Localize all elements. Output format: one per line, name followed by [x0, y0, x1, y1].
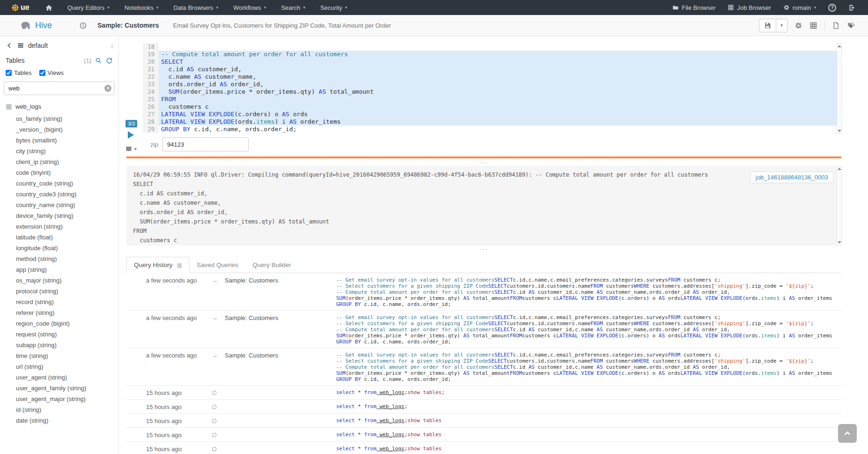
table-item[interactable]: web_logs — [0, 101, 118, 112]
history-row[interactable]: 15 hours ago∅select * from web_logs;show… — [126, 428, 841, 442]
column-item[interactable]: user_agent_family (string) — [16, 383, 118, 394]
table-link[interactable]: web_logs — [376, 432, 405, 438]
tab-query-builder[interactable]: Query Builder — [245, 257, 298, 273]
menu-security[interactable]: Security▾ — [313, 0, 355, 15]
column-item[interactable]: request (string) — [16, 329, 118, 340]
save-button[interactable] — [759, 19, 776, 32]
column-item[interactable]: extension (string) — [16, 221, 118, 232]
filter-tables-checkbox[interactable]: Tables — [6, 69, 32, 76]
new-query-button[interactable] — [832, 22, 840, 30]
tab-query-history[interactable]: Query History▦ — [126, 257, 190, 273]
column-item[interactable]: country_name (string) — [16, 200, 118, 210]
column-item[interactable]: id (string) — [16, 404, 118, 415]
history-row[interactable]: 15 hours ago∅select * from web_logs; — [126, 400, 841, 414]
column-item[interactable]: city (string) — [16, 146, 118, 156]
log-scrollbar[interactable] — [837, 166, 842, 246]
file-browser-link[interactable]: File Browser — [666, 4, 721, 11]
column-item[interactable]: country_code (string) — [16, 178, 118, 189]
column-item[interactable]: code (tinyint) — [16, 167, 118, 178]
hue-logo[interactable]: ue — [0, 0, 38, 15]
variable-input[interactable] — [162, 137, 249, 151]
history-row[interactable]: a few seconds ago→Sample: Customers-- Ge… — [126, 348, 841, 386]
search-icon[interactable] — [95, 57, 102, 64]
menu-notebooks[interactable]: Notebooks▾ — [117, 0, 166, 15]
clear-search-icon[interactable]: ✕ — [104, 85, 111, 92]
top-navbar: ue Query Editors▾Notebooks▾Data Browsers… — [0, 0, 868, 15]
back-button[interactable] — [6, 42, 13, 49]
tables-checkbox[interactable] — [6, 70, 12, 76]
history-row[interactable]: a few seconds ago→Sample: Customers-- Ge… — [126, 311, 841, 348]
column-item[interactable]: subapp (string) — [16, 340, 118, 350]
column-item[interactable]: method (string) — [16, 253, 118, 264]
filter-views-checkbox[interactable]: Views — [39, 69, 64, 76]
functions-reference-button[interactable]: ▾ — [125, 145, 137, 153]
column-item[interactable]: device_family (string) — [16, 210, 118, 221]
column-item[interactable]: os_major (string) — [16, 275, 118, 286]
collapse-panel-icon[interactable]: ‹ — [110, 42, 114, 49]
scroll-up-arrow[interactable] — [838, 45, 841, 47]
user-menu[interactable]: romain ▾ — [777, 4, 822, 11]
table-link[interactable]: web_logs — [376, 417, 405, 424]
editor-line: 20SELECT — [143, 58, 837, 66]
user-gear-icon — [783, 4, 790, 11]
column-item[interactable]: region_code (bigint) — [16, 318, 118, 329]
column-item[interactable]: url (string) — [16, 361, 118, 372]
save-options-button[interactable]: ▾ — [776, 19, 787, 32]
column-item[interactable]: os_family (string) — [16, 113, 118, 124]
column-item[interactable]: latitude (float) — [16, 232, 118, 243]
column-item[interactable]: protocol (string) — [16, 286, 118, 297]
menu-workflows[interactable]: Workflows▾ — [226, 0, 273, 15]
menu-query-editors[interactable]: Query Editors▾ — [60, 0, 117, 15]
table-link[interactable]: web_logs — [376, 389, 405, 395]
job-link[interactable]: job_1461888648136_0003 — [750, 171, 834, 183]
views-checkbox[interactable] — [39, 70, 45, 76]
table-link[interactable]: web_logs — [376, 446, 405, 452]
hive-app-link[interactable]: Hive — [20, 20, 52, 30]
app-name: Hive — [35, 21, 52, 30]
new-document-icon — [832, 22, 840, 30]
line-number: 20 — [143, 58, 159, 66]
column-item[interactable]: app (string) — [16, 264, 118, 275]
session-button[interactable] — [809, 22, 817, 30]
column-item[interactable]: date (string) — [16, 415, 118, 426]
column-item[interactable]: referer (string) — [16, 307, 118, 318]
column-item[interactable]: longitude (float) — [16, 243, 118, 253]
tags-button[interactable] — [847, 22, 855, 30]
scroll-top-button[interactable] — [838, 424, 857, 443]
columns-config-icon: ▦ — [177, 262, 182, 268]
refresh-icon[interactable] — [106, 57, 113, 64]
logout-button[interactable] — [842, 4, 862, 12]
column-item[interactable]: user_agent_major (string) — [16, 394, 118, 404]
scroll-down-arrow[interactable] — [838, 241, 841, 244]
scroll-up-arrow[interactable] — [838, 168, 841, 170]
column-item[interactable]: _version_ (bigint) — [16, 124, 118, 135]
history-row[interactable]: 15 hours ago∅select * from web_logs;show… — [126, 414, 841, 428]
recent-queries-button[interactable] — [79, 22, 87, 30]
job-browser-link[interactable]: Job Browser — [721, 4, 777, 11]
column-item[interactable]: time (string) — [16, 350, 118, 361]
column-item[interactable]: bytes (smallint) — [16, 135, 118, 146]
history-row[interactable]: a few seconds ago→Sample: Customers-- Ge… — [126, 273, 841, 311]
menu-data-browsers[interactable]: Data Browsers▾ — [166, 0, 226, 15]
menu-search[interactable]: Search▾ — [273, 0, 313, 15]
results-resize-handle[interactable]: ··· — [126, 247, 841, 252]
history-row[interactable]: 15 hours ago∅select * from web_logs;show… — [126, 442, 841, 454]
database-name[interactable]: default — [28, 42, 48, 49]
tab-saved-queries[interactable]: Saved Queries — [190, 257, 245, 273]
table-link[interactable]: web_logs — [376, 403, 405, 409]
scroll-down-arrow[interactable] — [838, 130, 841, 132]
log-resize-handle[interactable]: ··· — [126, 161, 841, 165]
home-button[interactable] — [38, 0, 60, 15]
editor-scrollbar[interactable] — [837, 43, 842, 134]
settings-button[interactable] — [794, 22, 802, 30]
code-editor[interactable]: 1819-- Compute total amount per order fo… — [143, 43, 837, 133]
column-item[interactable]: record (string) — [16, 297, 118, 307]
column-item[interactable]: country_code3 (string) — [16, 189, 118, 200]
help-button[interactable]: ? — [822, 4, 842, 12]
column-item[interactable]: user_agent (string) — [16, 372, 118, 383]
history-row[interactable]: 15 hours ago∅select * from web_logs;show… — [126, 386, 841, 400]
execute-button[interactable] — [128, 131, 134, 139]
history-query-name: Sample: Customers — [225, 314, 336, 345]
column-item[interactable]: client_ip (string) — [16, 156, 118, 167]
table-search-input[interactable] — [4, 82, 115, 95]
